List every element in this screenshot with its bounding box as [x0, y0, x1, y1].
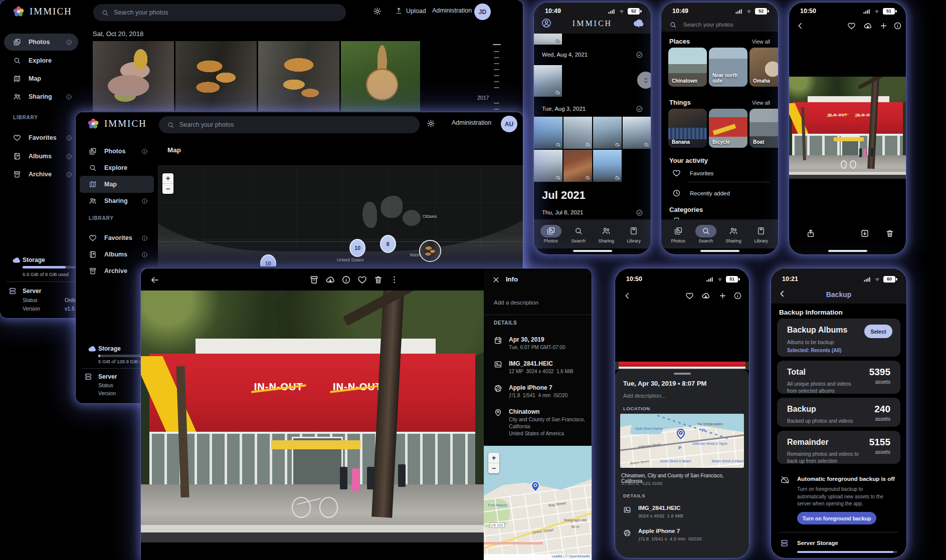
- favorite-icon[interactable]: [847, 22, 856, 30]
- photo-viewer-image[interactable]: IN-N-OUT IN-N-OUT: [141, 291, 484, 542]
- cloud-icon[interactable]: [325, 275, 335, 285]
- theme-toggle-button[interactable]: [427, 119, 435, 128]
- detail-location-title[interactable]: Chinatown: [509, 408, 539, 415]
- activity-recently-added[interactable]: Recently added: [672, 189, 730, 197]
- back-icon[interactable]: [150, 275, 160, 285]
- sidebar-item-photos[interactable]: Photos: [4, 34, 78, 51]
- world-map[interactable]: Ottawa United States Washington 10 10 8 …: [158, 165, 523, 266]
- thing-card[interactable]: Boat: [749, 109, 778, 148]
- info-icon[interactable]: [893, 22, 902, 30]
- map-zoom-control[interactable]: + −: [488, 453, 499, 473]
- photo-viewer-image[interactable]: IN-N-OUT IN-N-OUT: [789, 77, 906, 179]
- select-day-checkbox[interactable]: [636, 105, 643, 113]
- immich-logo[interactable]: IMMICH: [87, 117, 147, 130]
- favorite-icon[interactable]: [685, 292, 694, 300]
- download-icon[interactable]: [309, 275, 319, 285]
- scrollbar-thumb[interactable]: [637, 72, 651, 89]
- select-button[interactable]: Select: [864, 325, 892, 338]
- map-zoom-control[interactable]: + −: [162, 173, 173, 194]
- photo-thumbnail[interactable]: [341, 41, 420, 111]
- info-bottom-sheet[interactable]: Tue, Apr 30, 2019 • 8:07 PM Add descript…: [615, 370, 749, 558]
- select-day-checkbox[interactable]: [636, 51, 643, 59]
- map-cluster-marker[interactable]: 8: [380, 235, 396, 253]
- nav-tab-library[interactable]: Library: [747, 225, 775, 243]
- photo-thumbnail[interactable]: [593, 117, 622, 149]
- nav-tab-sharing[interactable]: Sharing: [593, 225, 620, 243]
- sidebar-item-explore[interactable]: Explore: [80, 159, 154, 176]
- backup-cloud-icon[interactable]: [633, 17, 645, 29]
- user-avatar[interactable]: AU: [501, 116, 517, 132]
- add-description-field[interactable]: Add a description: [494, 300, 538, 306]
- zoom-in-button[interactable]: +: [162, 173, 173, 184]
- zoom-in-button[interactable]: +: [488, 453, 499, 463]
- sidebar-item-favorites[interactable]: Favorites: [4, 129, 78, 146]
- map-attribution[interactable]: Leaflet | © OpenStreetM: [484, 554, 592, 560]
- select-day-checkbox[interactable]: [636, 209, 643, 216]
- photo-thumbnail[interactable]: [534, 65, 562, 97]
- search-input[interactable]: Search your photos: [683, 22, 733, 28]
- turn-on-backup-button[interactable]: Turn on foreground backup: [797, 512, 876, 524]
- places-view-all[interactable]: View all: [752, 39, 770, 45]
- things-view-all[interactable]: View all: [752, 100, 770, 106]
- administration-link[interactable]: Administration: [432, 7, 472, 14]
- nav-tab-search[interactable]: Search: [564, 225, 592, 243]
- zoom-out-button[interactable]: −: [488, 463, 499, 473]
- delete-icon[interactable]: [885, 229, 894, 238]
- upload-cloud-icon[interactable]: [701, 292, 710, 301]
- photo-thumbnail[interactable]: [534, 150, 562, 182]
- add-icon[interactable]: [718, 292, 727, 300]
- favorite-icon[interactable]: [357, 275, 367, 285]
- thing-card[interactable]: Banana: [668, 109, 707, 148]
- immich-logo[interactable]: IMMICH: [12, 5, 72, 18]
- activity-favorites[interactable]: Favorites: [672, 169, 713, 177]
- home-indicator[interactable]: [573, 250, 612, 252]
- sidebar-item-map[interactable]: Map: [80, 176, 154, 193]
- sidebar-item-map[interactable]: Map: [4, 70, 78, 87]
- close-icon[interactable]: [492, 275, 500, 284]
- share-icon[interactable]: [806, 229, 815, 238]
- search-input[interactable]: Search your photos: [93, 4, 346, 21]
- administration-link[interactable]: Administration: [452, 119, 491, 126]
- photo-thumbnail[interactable]: [623, 117, 651, 149]
- sidebar-item-albums[interactable]: Albums: [80, 246, 154, 263]
- photo-thumbnail[interactable]: [563, 150, 592, 182]
- sidebar-item-favorites[interactable]: Favorites: [80, 229, 154, 246]
- sidebar-item-sharing[interactable]: Sharing: [4, 88, 78, 105]
- sidebar-item-albums[interactable]: Albums: [4, 148, 78, 165]
- photo-strip[interactable]: [615, 362, 749, 370]
- nav-tab-search[interactable]: Search: [692, 225, 719, 243]
- info-icon[interactable]: [341, 275, 351, 285]
- photo-thumbnail[interactable]: [534, 34, 562, 45]
- search-input[interactable]: Search your photos: [159, 116, 420, 133]
- photo-thumbnail[interactable]: [258, 41, 339, 111]
- user-avatar[interactable]: JD: [474, 4, 491, 20]
- sheet-drag-handle[interactable]: [674, 373, 691, 375]
- upload-cloud-icon[interactable]: [863, 22, 872, 31]
- back-icon[interactable]: [796, 22, 805, 30]
- more-icon[interactable]: [390, 275, 399, 285]
- thing-card[interactable]: Bicycle: [709, 109, 747, 148]
- map-photo-marker[interactable]: [419, 240, 441, 262]
- place-card[interactable]: Near north side: [709, 48, 747, 87]
- location-map[interactable]: Fort Mason US 101 Bay Street Union Stree…: [484, 446, 592, 560]
- add-icon[interactable]: [879, 22, 888, 30]
- nav-tab-library[interactable]: Library: [620, 225, 648, 243]
- photo-thumbnail[interactable]: [175, 41, 257, 111]
- back-icon[interactable]: [778, 290, 787, 298]
- info-icon[interactable]: [733, 292, 742, 300]
- download-icon[interactable]: [860, 229, 869, 238]
- nav-tab-photos[interactable]: Photos: [664, 225, 692, 243]
- photo-thumbnail[interactable]: [534, 117, 562, 149]
- sidebar-item-photos[interactable]: Photos: [80, 143, 154, 160]
- add-description-field[interactable]: Add description...: [623, 393, 666, 399]
- place-card[interactable]: Omaha: [749, 48, 778, 87]
- delete-icon[interactable]: [373, 275, 383, 285]
- sidebar-item-sharing[interactable]: Sharing: [80, 192, 154, 209]
- home-indicator[interactable]: [828, 250, 867, 252]
- place-card[interactable]: Chinatown: [668, 48, 707, 87]
- sidebar-item-archive[interactable]: Archive: [4, 166, 78, 183]
- photo-thumbnail[interactable]: [93, 41, 174, 111]
- location-map[interactable]: The Embarcadero Hyde Street Harbor Jeffe…: [620, 414, 744, 468]
- zoom-out-button[interactable]: −: [162, 184, 173, 194]
- profile-icon[interactable]: [541, 18, 552, 29]
